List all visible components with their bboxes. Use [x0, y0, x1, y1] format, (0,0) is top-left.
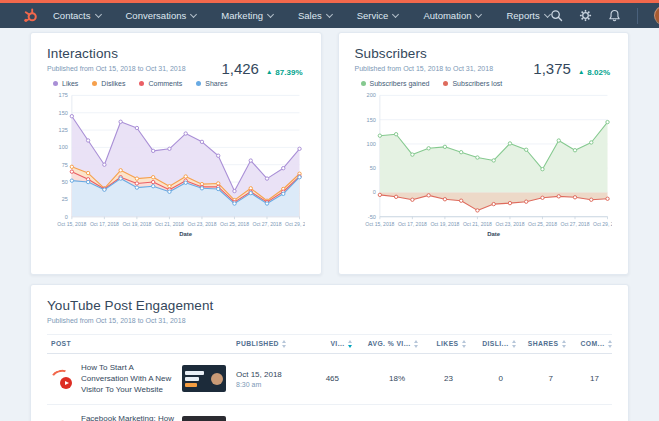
column-label: PUBLISHED: [236, 340, 279, 347]
post-engagement-table: POSTPUBLISHEDVI...AVG. % VI...LIKESDISLI…: [47, 334, 612, 421]
column-label: VI...: [330, 340, 344, 347]
svg-text:Oct 17, 2018: Oct 17, 2018: [90, 221, 119, 227]
legend-item-subscribers-gained[interactable]: Subscribers gained: [361, 80, 430, 87]
card-title: YouTube Post Engagement: [47, 298, 612, 313]
thumbnail-text-bar: [185, 371, 204, 375]
post-cell: How To Start A Conversation With A New V…: [51, 362, 236, 396]
legend-item-subscribers-lost[interactable]: Subscribers lost: [443, 80, 502, 87]
chevron-down-icon: [475, 11, 482, 18]
column-header-comments[interactable]: COM...: [566, 340, 612, 348]
svg-text:200: 200: [366, 92, 375, 98]
nav-item-conversations[interactable]: Conversations: [126, 10, 197, 21]
legend-dot-icon: [196, 81, 201, 86]
column-header-likes[interactable]: LIKES: [418, 340, 466, 348]
user-avatar[interactable]: [654, 6, 659, 25]
thumbnail-face-side: [208, 416, 226, 421]
column-header-views[interactable]: VI...: [308, 340, 352, 348]
chevron-down-icon: [326, 11, 333, 18]
column-label: COM...: [581, 340, 605, 347]
video-thumbnail[interactable]: [182, 416, 226, 421]
nav-item-label: Reports: [506, 10, 539, 21]
subscribers-area-chart[interactable]: -50050100150200Oct 15, 2018Oct 17, 2018O…: [355, 89, 613, 245]
chevron-down-icon: [190, 11, 197, 18]
legend-item-likes[interactable]: Likes: [53, 80, 78, 87]
nav-item-sales[interactable]: Sales: [298, 10, 332, 21]
sort-icon[interactable]: [608, 340, 612, 348]
hubspot-sprocket-logo-icon[interactable]: [22, 7, 39, 24]
post-title-link[interactable]: Facebook Marketing: How to Build an Enga…: [81, 413, 174, 421]
svg-text:Oct 17, 2018: Oct 17, 2018: [397, 221, 426, 227]
svg-text:100: 100: [366, 141, 375, 147]
legend-label: Subscribers gained: [370, 80, 430, 87]
chevron-down-icon: [267, 11, 274, 18]
nav-item-reports[interactable]: Reports: [506, 10, 549, 21]
interactions-total-stat: 1,426 ▲ 87.39%: [221, 60, 302, 77]
nav-item-service[interactable]: Service: [357, 10, 399, 21]
svg-text:Oct 23, 2018: Oct 23, 2018: [187, 221, 216, 227]
sort-icon[interactable]: [282, 340, 286, 348]
svg-text:0: 0: [65, 214, 68, 220]
svg-text:Oct 15, 2018: Oct 15, 2018: [365, 221, 394, 227]
svg-text:0: 0: [372, 189, 375, 195]
post-cell: Facebook Marketing: How to Build an Enga…: [51, 413, 236, 421]
youtube-channel-icon: [51, 369, 73, 389]
total-value: 1,426: [221, 60, 259, 77]
nav-item-marketing[interactable]: Marketing: [221, 10, 273, 21]
dislikes-cell: 0: [466, 374, 516, 383]
svg-text:Oct 27, 2018: Oct 27, 2018: [560, 221, 589, 227]
youtube-post-engagement-card: YouTube Post Engagement Published from O…: [30, 284, 629, 421]
nav-item-automation[interactable]: Automation: [423, 10, 481, 21]
svg-text:-50: -50: [367, 214, 375, 220]
nav-item-label: Automation: [423, 10, 471, 21]
legend-label: Comments: [148, 80, 182, 87]
delta-badge: ▲ 87.39%: [266, 68, 303, 77]
svg-text:100: 100: [59, 144, 68, 150]
legend-label: Shares: [205, 80, 227, 87]
notifications-bell-icon[interactable]: [608, 9, 621, 22]
column-label: SHARES: [528, 340, 559, 347]
column-header-dislikes[interactable]: DISLI...: [466, 340, 516, 348]
svg-text:175: 175: [59, 92, 68, 98]
settings-gear-icon[interactable]: [579, 9, 592, 22]
avg-percent-viewed-cell: 18%: [352, 374, 418, 383]
nav-item-label: Service: [357, 10, 389, 21]
svg-text:50: 50: [369, 165, 375, 171]
likes-cell: 23: [418, 374, 466, 383]
delta-value: 87.39%: [275, 68, 302, 77]
column-header-published[interactable]: PUBLISHED: [236, 340, 308, 348]
subscribers-total-stat: 1,375 ▲ 8.02%: [533, 60, 610, 77]
table-row[interactable]: How To Start A Conversation With A New V…: [47, 354, 612, 405]
svg-text:Oct 15, 2018: Oct 15, 2018: [57, 221, 86, 227]
youtube-play-icon: [60, 377, 72, 389]
svg-text:Oct 21, 2018: Oct 21, 2018: [155, 221, 184, 227]
legend-item-comments[interactable]: Comments: [139, 80, 182, 87]
legend-dot-icon: [361, 81, 366, 86]
legend-item-dislikes[interactable]: Dislikes: [92, 80, 125, 87]
video-thumbnail[interactable]: [182, 365, 226, 392]
column-label: DISLI...: [482, 340, 508, 347]
interactions-area-chart[interactable]: 0255075100125150175Oct 15, 2018Oct 17, 2…: [47, 89, 305, 245]
nav-right-tools: Academy: [550, 6, 659, 25]
card-title: Subscribers: [355, 46, 613, 61]
svg-text:50: 50: [62, 179, 68, 185]
subscribers-legend: Subscribers gainedSubscribers lost: [361, 80, 613, 87]
published-date: Oct 15, 2018: [236, 370, 308, 379]
nav-item-contacts[interactable]: Contacts: [53, 10, 101, 21]
column-header-avg[interactable]: AVG. % VI...: [352, 340, 418, 348]
table-row[interactable]: Facebook Marketing: How to Build an Enga…: [47, 405, 612, 421]
column-header-shares[interactable]: SHARES: [516, 340, 566, 348]
svg-text:Oct 25, 2018: Oct 25, 2018: [527, 221, 556, 227]
published-time: 8:30 am: [236, 381, 308, 388]
search-icon[interactable]: [550, 9, 563, 22]
interactions-card: Interactions Published from Oct 15, 2018…: [30, 32, 322, 275]
svg-text:125: 125: [59, 127, 68, 133]
subscribers-card: Subscribers Published from Oct 15, 2018 …: [338, 32, 630, 275]
svg-text:150: 150: [59, 110, 68, 116]
column-label: LIKES: [436, 340, 458, 347]
delta-badge: ▲ 8.02%: [578, 68, 610, 77]
svg-text:Oct 19, 2018: Oct 19, 2018: [430, 221, 459, 227]
legend-label: Subscribers lost: [452, 80, 502, 87]
post-title-link[interactable]: How To Start A Conversation With A New V…: [81, 362, 174, 396]
legend-item-shares[interactable]: Shares: [196, 80, 227, 87]
svg-text:Oct 27, 2018: Oct 27, 2018: [253, 221, 282, 227]
